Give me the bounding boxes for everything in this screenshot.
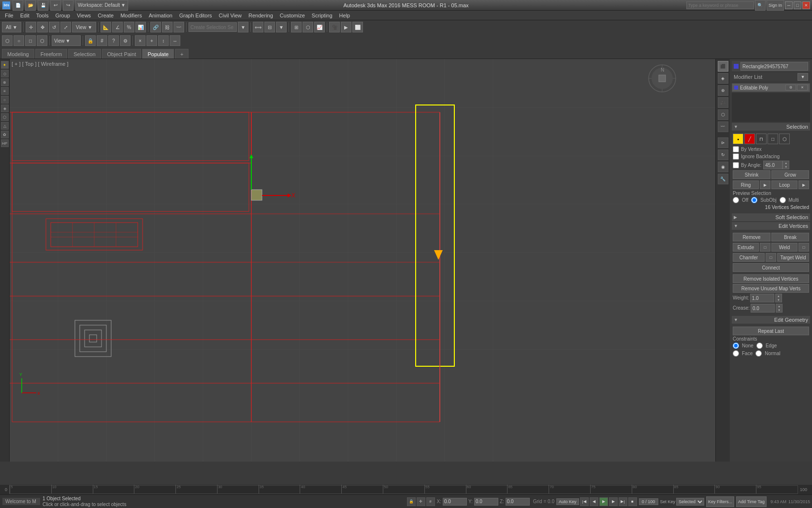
bind-space-warp[interactable]: 〰 <box>174 22 184 32</box>
rp-icon-spacewarp[interactable]: 〰 <box>718 121 728 132</box>
search-btn[interactable]: 🔍 <box>755 0 766 11</box>
modifier-list-dropdown[interactable]: ▼ <box>798 73 808 81</box>
chamfer-btn[interactable]: Chamfer <box>733 253 765 262</box>
menu-create[interactable]: Create <box>95 12 116 19</box>
align-dropdown[interactable]: ▼ <box>276 22 287 32</box>
add-time-tag-btn[interactable]: Add Time Tag <box>736 496 767 507</box>
ls-icon-5[interactable]: ○ <box>1 96 9 104</box>
redo-btn[interactable]: ↪ <box>63 0 73 11</box>
weight-value[interactable] <box>750 294 774 302</box>
ls-icon-9[interactable]: ✿ <box>1 131 9 138</box>
z-coord[interactable] <box>506 498 530 506</box>
collapse-arrow-soft[interactable]: ▶ <box>734 215 737 220</box>
minimize-btn[interactable]: ─ <box>785 1 793 9</box>
edge-mode-btn[interactable]: ╱ <box>744 134 755 144</box>
ring-btn[interactable]: Ring <box>733 180 759 189</box>
rp-icon-hierarchy[interactable]: ⊳ <box>718 137 728 148</box>
rp-icon-lights[interactable]: ⊕ <box>718 85 728 96</box>
tab-object-paint[interactable]: Object Paint <box>102 49 142 59</box>
menu-views[interactable]: Views <box>74 12 94 19</box>
weight-spinner[interactable]: ▲ ▼ <box>775 294 782 302</box>
weld-settings[interactable]: □ <box>798 243 809 252</box>
named-selection-dropdown[interactable]: ▼ <box>238 22 248 32</box>
render-last[interactable]: ⬜ <box>352 22 363 32</box>
reference-coord[interactable]: View ▼ <box>72 22 96 32</box>
open-btn[interactable]: 📂 <box>25 0 36 11</box>
x-coord[interactable] <box>443 498 467 506</box>
menu-tools[interactable]: Tools <box>33 12 52 19</box>
unlink-btn[interactable]: ⛓ <box>162 22 173 32</box>
y-coord[interactable] <box>474 498 498 506</box>
next-key-btn[interactable]: ▶| <box>619 497 627 506</box>
curve-editor[interactable]: 📈 <box>314 22 325 32</box>
rp-icon-utilities[interactable]: 🔧 <box>718 174 728 184</box>
render-setup[interactable]: 🎥 <box>329 22 340 32</box>
close-btn[interactable]: ✕ <box>802 1 810 9</box>
weight-up[interactable]: ▲ <box>776 294 782 298</box>
stop-btn[interactable]: ■ <box>628 497 637 506</box>
rp-icon-display2[interactable]: ◉ <box>718 162 728 172</box>
tab-extra[interactable]: + <box>175 49 188 59</box>
search-input[interactable] <box>686 1 754 9</box>
tb2-settings[interactable]: ⚙ <box>120 35 130 46</box>
tb2-btn1[interactable]: ⬡ <box>2 35 13 46</box>
element-mode-btn[interactable]: ⬡ <box>779 134 790 144</box>
tb2-help[interactable]: ? <box>108 35 119 46</box>
select-btn[interactable]: ✛ <box>26 22 36 32</box>
workspace-dropdown[interactable]: Workspace: Default ▼ <box>75 0 128 11</box>
crease-spinner[interactable]: ▲ ▼ <box>776 304 783 313</box>
tb2-y[interactable]: + <box>146 35 157 46</box>
ls-icon-10[interactable]: HP <box>1 139 9 147</box>
tb2-w[interactable]: ↔ <box>170 35 180 46</box>
constraint-normal-radio[interactable] <box>755 350 762 357</box>
rotate-btn[interactable]: ↺ <box>49 22 59 32</box>
collapse-arrow-ev[interactable]: ▼ <box>734 224 738 228</box>
maximize-btn[interactable]: □ <box>794 1 801 9</box>
next-frame-btn[interactable]: ▶ <box>609 497 618 506</box>
loop-btn[interactable]: Loop <box>771 180 798 189</box>
prev-frame-btn[interactable]: ◀ <box>590 497 598 506</box>
timeline-track[interactable]: 5 10 15 20 25 30 35 40 45 50 55 60 65 70… <box>9 485 798 494</box>
ls-icon-2[interactable]: ◇ <box>1 70 9 77</box>
preview-subobj-radio[interactable] <box>751 197 757 203</box>
vertex-mode-btn[interactable]: ● <box>733 134 743 144</box>
ls-icon-1[interactable]: ✦ <box>1 61 9 69</box>
mirror-btn[interactable]: ⟺ <box>253 22 263 32</box>
ls-icon-4[interactable]: ≡ <box>1 87 9 95</box>
tb2-btn4[interactable]: ⬡ <box>37 35 47 46</box>
menu-edit[interactable]: Edit <box>17 12 32 19</box>
tb2-x[interactable]: × <box>135 35 145 46</box>
connect-btn[interactable]: Connect <box>733 263 809 272</box>
crease-up[interactable]: ▲ <box>776 304 782 308</box>
menu-animation[interactable]: Animation <box>146 12 175 19</box>
preview-multi-radio[interactable] <box>780 197 786 203</box>
layer-manager[interactable]: ⊞ <box>291 22 302 32</box>
border-mode-btn[interactable]: ⊓ <box>756 134 767 144</box>
object-name-input[interactable] <box>740 62 808 71</box>
weight-down[interactable]: ▼ <box>776 298 782 302</box>
by-angle-up[interactable]: ▲ <box>783 161 789 165</box>
menu-graph-editors[interactable]: Graph Editors <box>176 12 215 19</box>
menu-rendering[interactable]: Rendering <box>246 12 276 19</box>
menu-help[interactable]: Help <box>336 12 353 19</box>
menu-modifiers[interactable]: Modifiers <box>117 12 145 19</box>
rp-icon-helpers[interactable]: ⬡ <box>718 109 728 120</box>
snap-toggle[interactable]: 📐 <box>101 22 111 32</box>
schematic-view[interactable]: ⬡ <box>303 22 313 32</box>
tab-modeling[interactable]: Modeling <box>2 49 34 59</box>
render-frame[interactable]: ▶ <box>341 22 351 32</box>
mod-item-delete[interactable]: ✕ <box>797 85 808 90</box>
cross-hair-btn[interactable]: ✛ <box>417 497 425 506</box>
grid-toggle-btn[interactable]: # <box>426 497 435 506</box>
menu-civil-view[interactable]: Civil View <box>216 12 245 19</box>
remove-btn[interactable]: Remove <box>733 233 770 241</box>
by-angle-checkbox[interactable] <box>733 162 739 168</box>
sign-in-btn[interactable]: Sign In <box>767 0 784 11</box>
tab-populate[interactable]: Populate <box>142 49 174 59</box>
view-dropdown[interactable]: View ▼ <box>52 35 81 46</box>
constraint-edge-radio[interactable] <box>756 343 763 349</box>
ls-icon-3[interactable]: ⊕ <box>1 78 9 86</box>
crease-down[interactable]: ▼ <box>776 308 782 312</box>
ring-arrow[interactable]: ▶ <box>760 180 770 189</box>
ls-icon-7[interactable]: ⬡ <box>1 113 9 121</box>
